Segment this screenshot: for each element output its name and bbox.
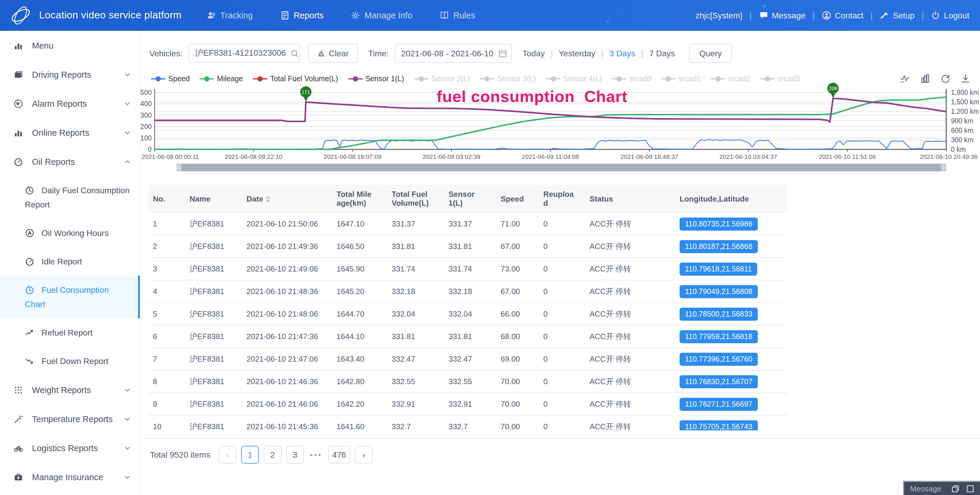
cell-fuel: 331.37 xyxy=(387,212,444,235)
pagination-ellipsis[interactable]: ••• xyxy=(310,450,322,460)
svg-text:2021-06-09 03:02:39: 2021-06-09 03:02:39 xyxy=(423,153,480,160)
sidebar-item-online-reports[interactable]: Online Reports xyxy=(0,118,140,147)
cell-date: 2021-06-10 21:46:06 xyxy=(242,393,332,415)
nav-tracking[interactable]: Tracking xyxy=(207,11,253,20)
quick-range-yesterday[interactable]: Yesterday xyxy=(559,49,595,58)
legend-speed[interactable]: Speed xyxy=(151,75,189,83)
next-page-button[interactable]: › xyxy=(355,446,373,463)
page-button-2[interactable]: 2 xyxy=(264,446,282,463)
page-button-1[interactable]: 1 xyxy=(241,446,259,463)
legend-sensor-3-l-[interactable]: Sensor 3(L) xyxy=(480,75,536,83)
lonlat-button[interactable]: 110.76271,21.56697 xyxy=(679,398,758,410)
lonlat-button[interactable]: 110.77959,21.56818 xyxy=(679,330,758,343)
legend-srcad3[interactable]: srcad3 xyxy=(760,75,800,83)
bar-chart-icon xyxy=(13,127,24,138)
sidebar-subitem-fuel-consumption-chart[interactable]: Fuel Consumption Chart xyxy=(0,276,140,318)
lonlat-button[interactable]: 110.77396,21.56760 xyxy=(679,353,758,366)
refuel-marker-pin[interactable]: 171 xyxy=(300,86,311,102)
page-button-476[interactable]: 476 xyxy=(328,446,350,463)
cell-status: ACC开 停转 xyxy=(585,303,675,325)
chevron-down-icon xyxy=(123,99,132,108)
sidebar-subitem-fuel-down-report[interactable]: Fuel Down Report xyxy=(0,347,140,375)
sidebar-subitem-oil-working-hours[interactable]: Oil Working Hours xyxy=(0,219,140,247)
clear-button[interactable]: Clear xyxy=(308,44,358,63)
legend-sensor-2-l-[interactable]: Sensor 2(L) xyxy=(414,75,470,83)
legend-srcad2[interactable]: srcad2 xyxy=(711,75,750,83)
sidebar-subitem-idle-report[interactable]: Idle Report xyxy=(0,247,140,276)
legend-sensor-1-l-[interactable]: Sensor 1(L) xyxy=(348,75,404,83)
cell-speed: 69.00 xyxy=(496,348,539,370)
sidebar-item-alarm-reports[interactable]: Alarm Reports xyxy=(0,89,140,118)
folders-icon xyxy=(13,69,24,80)
svg-text:2021-06-10 11:51:06: 2021-06-10 11:51:06 xyxy=(819,153,876,160)
top-setup-button[interactable]: Setup xyxy=(880,11,915,20)
sidebar-subitem-refuel-report[interactable]: Refuel Report xyxy=(0,318,140,347)
nav-rules[interactable]: Rules xyxy=(440,11,475,20)
cell-date: 2021-06-10 21:46:36 xyxy=(242,370,332,393)
query-button[interactable]: Query xyxy=(689,44,732,63)
legend-mileage[interactable]: Mileage xyxy=(200,75,243,83)
quick-range-today[interactable]: Today xyxy=(523,49,545,58)
column-header-date[interactable]: Date xyxy=(242,185,332,212)
query-toolbar: Vehicles: 沪EF8381-41210323006 Clear Time… xyxy=(140,31,980,71)
cell-no: 4 xyxy=(148,280,185,303)
restore-window-icon[interactable] xyxy=(951,485,959,492)
lonlat-button[interactable]: 110.80735,21.56986 xyxy=(679,217,758,230)
time-range-value: 2021-06-08 - 2021-06-10 xyxy=(401,49,493,58)
sort-icon[interactable] xyxy=(266,196,270,203)
legend-srcad0[interactable]: srcad0 xyxy=(612,75,651,83)
svg-text:400: 400 xyxy=(140,100,152,108)
bar-chart-tool-icon[interactable] xyxy=(920,73,930,84)
chart-zoom-slider[interactable] xyxy=(177,164,946,171)
legend-marker-icon xyxy=(348,76,362,82)
refresh-tool-icon[interactable] xyxy=(940,73,950,84)
vehicle-input[interactable]: 沪EF8381-41210323006 xyxy=(188,44,300,63)
download-tool-icon[interactable] xyxy=(961,73,970,84)
lonlat-button[interactable]: 110.76830,21.56707 xyxy=(679,375,758,388)
cell-mileage: 1647.10 xyxy=(332,212,387,235)
message-widget[interactable]: Message xyxy=(903,481,980,495)
svg-text:2021-06-08 09:22:10: 2021-06-08 09:22:10 xyxy=(225,153,283,160)
sidebar-item-manage-insurance[interactable]: Manage Insurance xyxy=(0,462,140,492)
legend-sensor-4-l-[interactable]: Sensor 4(L) xyxy=(546,75,602,83)
cell-speed: 66.00 xyxy=(496,303,539,325)
top-contact-button[interactable]: Contact xyxy=(822,11,864,20)
quick-range-3-days[interactable]: 3 Days xyxy=(609,49,635,58)
brand: Location video service platform xyxy=(10,5,181,26)
chat-icon xyxy=(759,11,768,20)
nav-reports[interactable]: Reports xyxy=(280,11,324,20)
top-message-button[interactable]: Message xyxy=(759,11,805,20)
sidebar-item-logistics-reports[interactable]: Logistics Reports xyxy=(0,433,140,462)
svg-text:600 km: 600 km xyxy=(951,126,973,134)
table-row: 7沪EF83812021-06-10 21:47:061643.40332.47… xyxy=(148,348,788,370)
top-logout-button[interactable]: Logout xyxy=(931,11,969,20)
vehicle-input-value: 沪EF8381-41210323006 xyxy=(195,48,286,59)
prev-page-button[interactable]: ‹ xyxy=(219,446,236,463)
quick-range-7-days[interactable]: 7 Days xyxy=(649,49,675,58)
lonlat-button[interactable]: 110.79618,21.56811 xyxy=(679,262,757,275)
lonlat-button[interactable]: 110.78500,21.56833 xyxy=(679,307,758,320)
lonlat-button[interactable]: 110.79049,21.56808 xyxy=(679,285,758,298)
chart-plot[interactable]: 01002003004005000 km300 km600 km900 km1,… xyxy=(140,85,980,177)
cell-name: 沪EF8381 xyxy=(185,415,242,430)
sidebar-item-menu[interactable]: Menu xyxy=(0,31,140,60)
cell-sensor1: 331.37 xyxy=(444,212,496,235)
maximize-window-icon[interactable] xyxy=(966,485,974,492)
lonlat-button[interactable]: 110.80187,21.56868 xyxy=(679,240,758,253)
sidebar-item-weight-reports[interactable]: Weight Reports xyxy=(0,375,140,404)
sidebar-item-oil-reports[interactable]: Oil Reports xyxy=(0,147,140,176)
user-name[interactable]: zhjc[System] xyxy=(695,11,742,20)
legend-total-fuel-volume-l-[interactable]: Total Fuel Volume(L) xyxy=(253,75,338,83)
lonlat-button[interactable]: 110.75705,21.56743 xyxy=(679,420,758,430)
sidebar-item-driving-reports[interactable]: Driving Reports xyxy=(0,60,140,89)
sidebar-subitem-daily-fuel-consumption-report[interactable]: Daily Fuel Consumption Report xyxy=(0,176,140,219)
page-button-3[interactable]: 3 xyxy=(286,446,304,463)
line-chart-tool-icon[interactable] xyxy=(900,73,910,84)
nav-manage-info[interactable]: Manage Info xyxy=(351,11,412,20)
refuel-marker-pin[interactable]: 208 xyxy=(827,83,839,98)
column-header-label: Total Mileage(km) xyxy=(337,190,374,208)
chevron-down-icon xyxy=(123,473,132,481)
legend-srcad1[interactable]: srcad1 xyxy=(662,75,701,83)
sidebar-item-temperature-reports[interactable]: Temperature Reports xyxy=(0,404,140,433)
time-range-input[interactable]: 2021-06-08 - 2021-06-10 xyxy=(395,44,512,63)
